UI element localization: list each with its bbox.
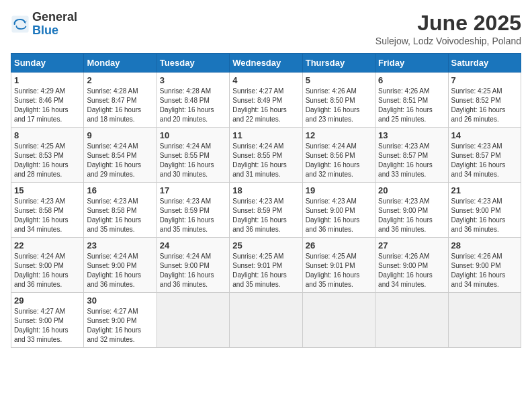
day-number: 14 [451,130,518,140]
day-info: Sunrise: 4:27 AM Sunset: 9:00 PM Dayligh… [87,307,153,345]
day-info: Sunrise: 4:23 AM Sunset: 9:00 PM Dayligh… [451,197,518,234]
table-row: 29Sunrise: 4:27 AM Sunset: 9:00 PM Dayli… [11,293,84,348]
calendar-week-5: 29Sunrise: 4:27 AM Sunset: 9:00 PM Dayli… [11,293,521,348]
day-info: Sunrise: 4:25 AM Sunset: 8:53 PM Dayligh… [14,142,81,179]
logo-blue-text: Blue [32,24,77,38]
header: General Blue June 2025 Sulejow, Lodz Voi… [11,11,521,46]
day-number: 20 [378,185,445,195]
day-number: 22 [14,240,81,250]
day-number: 28 [451,240,518,250]
weekday-header-thursday: Thursday [302,54,375,73]
day-number: 23 [87,240,153,250]
day-number: 9 [87,130,153,140]
table-row: 28Sunrise: 4:26 AM Sunset: 9:00 PM Dayli… [448,238,521,293]
day-number: 30 [87,295,153,306]
day-info: Sunrise: 4:23 AM Sunset: 9:00 PM Dayligh… [378,197,445,234]
table-row: 22Sunrise: 4:24 AM Sunset: 9:00 PM Dayli… [11,238,84,293]
calendar-body: 1Sunrise: 4:29 AM Sunset: 8:46 PM Daylig… [11,73,521,348]
day-number: 1 [14,75,81,85]
table-row: 5Sunrise: 4:26 AM Sunset: 8:50 PM Daylig… [302,73,375,128]
logo-general-text: General [32,11,77,24]
day-number: 10 [160,130,226,140]
table-row [230,293,302,348]
table-row: 1Sunrise: 4:29 AM Sunset: 8:46 PM Daylig… [11,73,84,128]
day-number: 13 [378,130,445,140]
day-info: Sunrise: 4:28 AM Sunset: 8:48 PM Dayligh… [160,87,226,124]
table-row [302,293,375,348]
day-number: 15 [14,185,81,195]
day-number: 11 [232,130,299,140]
day-number: 18 [232,185,299,195]
day-info: Sunrise: 4:25 AM Sunset: 9:01 PM Dayligh… [232,252,299,289]
table-row: 18Sunrise: 4:23 AM Sunset: 8:59 PM Dayli… [230,183,302,238]
table-row: 15Sunrise: 4:23 AM Sunset: 8:58 PM Dayli… [11,183,84,238]
day-number: 12 [306,130,372,140]
day-number: 25 [232,240,299,250]
day-number: 3 [160,75,226,85]
day-number: 2 [87,75,153,85]
table-row [448,293,521,348]
weekday-header-tuesday: Tuesday [157,54,229,73]
calendar-week-1: 1Sunrise: 4:29 AM Sunset: 8:46 PM Daylig… [11,73,521,128]
day-info: Sunrise: 4:27 AM Sunset: 9:00 PM Dayligh… [14,307,81,345]
day-info: Sunrise: 4:26 AM Sunset: 9:00 PM Dayligh… [378,252,445,289]
day-info: Sunrise: 4:23 AM Sunset: 8:57 PM Dayligh… [378,142,445,179]
table-row: 12Sunrise: 4:24 AM Sunset: 8:56 PM Dayli… [302,128,375,183]
day-info: Sunrise: 4:24 AM Sunset: 9:00 PM Dayligh… [87,252,153,289]
table-row: 3Sunrise: 4:28 AM Sunset: 8:48 PM Daylig… [157,73,229,128]
table-row [375,293,448,348]
day-number: 7 [451,75,518,85]
location-title: Sulejow, Lodz Voivodeship, Poland [375,36,521,46]
day-info: Sunrise: 4:24 AM Sunset: 8:56 PM Dayligh… [306,142,372,179]
day-info: Sunrise: 4:24 AM Sunset: 8:54 PM Dayligh… [87,142,153,179]
table-row: 23Sunrise: 4:24 AM Sunset: 9:00 PM Dayli… [84,238,157,293]
day-info: Sunrise: 4:25 AM Sunset: 8:52 PM Dayligh… [451,87,518,124]
day-info: Sunrise: 4:23 AM Sunset: 8:59 PM Dayligh… [232,197,299,234]
day-number: 24 [160,240,226,250]
day-info: Sunrise: 4:26 AM Sunset: 9:00 PM Dayligh… [451,252,518,289]
table-row: 6Sunrise: 4:26 AM Sunset: 8:51 PM Daylig… [375,73,448,128]
table-row: 20Sunrise: 4:23 AM Sunset: 9:00 PM Dayli… [375,183,448,238]
weekday-header-monday: Monday [84,54,157,73]
table-row: 27Sunrise: 4:26 AM Sunset: 9:00 PM Dayli… [375,238,448,293]
day-info: Sunrise: 4:24 AM Sunset: 9:00 PM Dayligh… [160,252,226,289]
table-row: 13Sunrise: 4:23 AM Sunset: 8:57 PM Dayli… [375,128,448,183]
calendar-week-2: 8Sunrise: 4:25 AM Sunset: 8:53 PM Daylig… [11,128,521,183]
day-info: Sunrise: 4:23 AM Sunset: 9:00 PM Dayligh… [306,197,372,234]
day-number: 16 [87,185,153,195]
weekday-header-row: SundayMondayTuesdayWednesdayThursdayFrid… [11,54,521,73]
day-info: Sunrise: 4:23 AM Sunset: 8:59 PM Dayligh… [160,197,226,234]
table-row: 7Sunrise: 4:25 AM Sunset: 8:52 PM Daylig… [448,73,521,128]
table-row: 11Sunrise: 4:24 AM Sunset: 8:55 PM Dayli… [230,128,302,183]
day-info: Sunrise: 4:26 AM Sunset: 8:51 PM Dayligh… [378,87,445,124]
table-row: 19Sunrise: 4:23 AM Sunset: 9:00 PM Dayli… [302,183,375,238]
weekday-header-sunday: Sunday [11,54,84,73]
table-row: 24Sunrise: 4:24 AM Sunset: 9:00 PM Dayli… [157,238,229,293]
title-area: June 2025 Sulejow, Lodz Voivodeship, Pol… [375,11,521,46]
day-number: 4 [232,75,299,85]
table-row: 4Sunrise: 4:27 AM Sunset: 8:49 PM Daylig… [230,73,302,128]
day-info: Sunrise: 4:27 AM Sunset: 8:49 PM Dayligh… [232,87,299,124]
logo: General Blue [11,11,77,38]
day-number: 5 [306,75,372,85]
calendar-table: SundayMondayTuesdayWednesdayThursdayFrid… [11,53,521,348]
table-row: 2Sunrise: 4:28 AM Sunset: 8:47 PM Daylig… [84,73,157,128]
calendar-week-3: 15Sunrise: 4:23 AM Sunset: 8:58 PM Dayli… [11,183,521,238]
day-info: Sunrise: 4:29 AM Sunset: 8:46 PM Dayligh… [14,87,81,124]
day-number: 19 [306,185,372,195]
table-row: 9Sunrise: 4:24 AM Sunset: 8:54 PM Daylig… [84,128,157,183]
day-info: Sunrise: 4:25 AM Sunset: 9:01 PM Dayligh… [306,252,372,289]
table-row: 8Sunrise: 4:25 AM Sunset: 8:53 PM Daylig… [11,128,84,183]
day-number: 17 [160,185,226,195]
table-row: 17Sunrise: 4:23 AM Sunset: 8:59 PM Dayli… [157,183,229,238]
table-row: 25Sunrise: 4:25 AM Sunset: 9:01 PM Dayli… [230,238,302,293]
day-info: Sunrise: 4:23 AM Sunset: 8:57 PM Dayligh… [451,142,518,179]
day-number: 21 [451,185,518,195]
weekday-header-friday: Friday [375,54,448,73]
day-number: 29 [14,295,81,306]
logo-icon [11,15,30,34]
day-info: Sunrise: 4:28 AM Sunset: 8:47 PM Dayligh… [87,87,153,124]
day-number: 8 [14,130,81,140]
day-info: Sunrise: 4:24 AM Sunset: 9:00 PM Dayligh… [14,252,81,289]
day-number: 27 [378,240,445,250]
